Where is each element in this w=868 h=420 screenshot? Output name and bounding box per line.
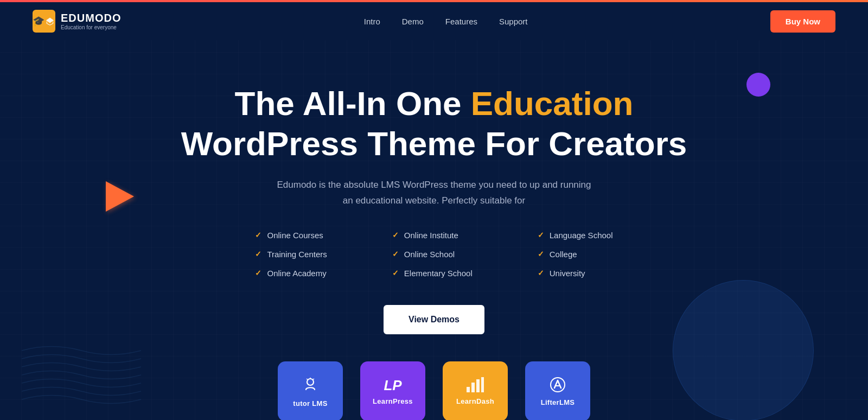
svg-rect-2 bbox=[467, 387, 470, 392]
logo-name: EDUMODO bbox=[61, 12, 121, 24]
hero-subtitle: Edumodo is the absolute LMS WordPress th… bbox=[271, 177, 597, 209]
nav-support[interactable]: Support bbox=[499, 17, 528, 26]
nav-intro[interactable]: Intro bbox=[364, 17, 380, 26]
feature-label-8: College bbox=[550, 250, 577, 259]
check-icon-6: ✓ bbox=[392, 269, 399, 277]
feature-online-academy: ✓ Online Academy bbox=[255, 269, 327, 278]
features-grid: ✓ Online Courses ✓ Training Centers ✓ On… bbox=[0, 231, 868, 278]
feature-college: ✓ College bbox=[538, 250, 613, 259]
lms-card-tutor[interactable]: tutor LMS bbox=[278, 361, 343, 420]
feature-elementary-school: ✓ Elementary School bbox=[392, 269, 473, 278]
hero-title-part1: The All-In One bbox=[235, 85, 471, 122]
lms-logos-section: tutor LMS LP LearnPress LearnDash bbox=[0, 361, 868, 420]
buy-now-button[interactable]: Buy Now bbox=[770, 10, 835, 33]
logo-text: EDUMODO Education for everyone bbox=[61, 12, 121, 30]
svg-rect-5 bbox=[481, 377, 484, 392]
hero-title-highlight: Education bbox=[471, 85, 634, 122]
learnpress-icon: LP bbox=[384, 377, 401, 394]
svg-rect-3 bbox=[471, 383, 475, 392]
hero-title: The All-In One Education WordPress Theme… bbox=[0, 84, 868, 164]
logo-icon bbox=[33, 10, 55, 33]
features-col-3: ✓ Language School ✓ College ✓ University bbox=[505, 231, 646, 278]
feature-label-1: Online Courses bbox=[267, 231, 323, 240]
hero-title-part2: WordPress Theme For Creators bbox=[181, 125, 687, 162]
nav-features[interactable]: Features bbox=[445, 17, 477, 26]
play-triangle-decoration bbox=[106, 181, 134, 212]
feature-training-centers: ✓ Training Centers bbox=[255, 250, 327, 259]
check-icon-9: ✓ bbox=[538, 269, 544, 277]
feature-online-institute: ✓ Online Institute bbox=[392, 231, 473, 240]
lifterlms-icon bbox=[549, 376, 566, 395]
feature-label-4: Online Institute bbox=[404, 231, 458, 240]
check-icon-2: ✓ bbox=[255, 250, 261, 258]
feature-label-2: Training Centers bbox=[267, 250, 327, 259]
learnpress-name: LearnPress bbox=[373, 397, 413, 405]
nav-demo[interactable]: Demo bbox=[402, 17, 424, 26]
feature-online-courses: ✓ Online Courses bbox=[255, 231, 327, 240]
lms-card-learndash[interactable]: LearnDash bbox=[443, 361, 508, 420]
logo: EDUMODO Education for everyone bbox=[33, 10, 121, 33]
tutor-icon bbox=[301, 375, 320, 396]
feature-university: ✓ University bbox=[538, 269, 613, 278]
check-icon-1: ✓ bbox=[255, 231, 261, 239]
header: EDUMODO Education for everyone Intro Dem… bbox=[0, 2, 868, 40]
hero-section: The All-In One Education WordPress Theme… bbox=[0, 40, 868, 420]
lifterlms-name: LifterLMS bbox=[541, 398, 575, 406]
view-demos-button[interactable]: View Demos bbox=[384, 305, 484, 334]
lms-card-learnpress[interactable]: LP LearnPress bbox=[360, 361, 425, 420]
features-col-2: ✓ Online Institute ✓ Online School ✓ Ele… bbox=[360, 231, 505, 278]
feature-online-school: ✓ Online School bbox=[392, 250, 473, 259]
feature-label-7: Language School bbox=[550, 231, 613, 240]
check-icon-8: ✓ bbox=[538, 250, 544, 258]
main-nav: Intro Demo Features Support bbox=[364, 17, 528, 26]
check-icon-3: ✓ bbox=[255, 269, 261, 277]
feature-label-9: University bbox=[550, 269, 585, 278]
check-icon-4: ✓ bbox=[392, 231, 399, 239]
feature-language-school: ✓ Language School bbox=[538, 231, 613, 240]
tutor-lms-name: tutor LMS bbox=[293, 399, 327, 408]
features-col-1: ✓ Online Courses ✓ Training Centers ✓ On… bbox=[222, 231, 359, 278]
feature-label-3: Online Academy bbox=[267, 269, 326, 278]
learndash-icon bbox=[467, 377, 484, 394]
logo-tagline: Education for everyone bbox=[61, 24, 121, 30]
svg-rect-4 bbox=[476, 379, 480, 392]
check-icon-7: ✓ bbox=[538, 231, 544, 239]
feature-label-6: Elementary School bbox=[404, 269, 473, 278]
feature-label-5: Online School bbox=[404, 250, 455, 259]
learndash-name: LearnDash bbox=[456, 397, 494, 405]
lms-card-lifterlms[interactable]: LifterLMS bbox=[525, 361, 590, 420]
check-icon-5: ✓ bbox=[392, 250, 399, 258]
